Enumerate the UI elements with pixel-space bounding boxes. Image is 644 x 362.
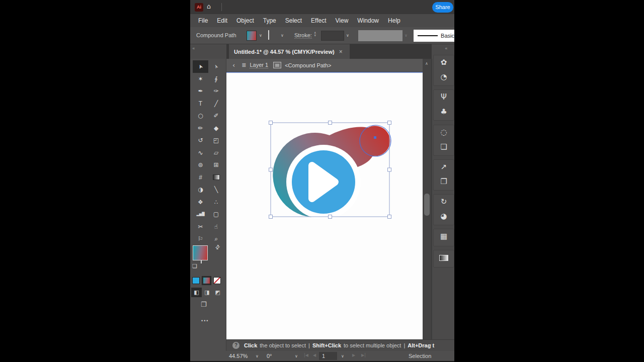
default-fill-stroke-icon[interactable]: ❏	[192, 263, 197, 269]
zoom-chevron-icon[interactable]: ∨	[256, 354, 259, 358]
color-mode-none[interactable]	[213, 277, 221, 284]
print-tiling-tool[interactable]: ⚐	[193, 233, 208, 245]
fill-gradient-indicator[interactable]	[193, 245, 208, 260]
pen-tool[interactable]: ✒	[193, 85, 208, 98]
perspective-grid-icon: ⊞	[213, 162, 218, 168]
menu-object[interactable]: Object	[232, 17, 259, 24]
stroke-color-swatch[interactable]	[268, 30, 269, 40]
width-tool[interactable]: ∿	[193, 147, 208, 159]
panel-collapse-icon[interactable]: «	[445, 46, 448, 51]
stroke-weight-field[interactable]	[321, 31, 344, 41]
gradient-tool[interactable]	[208, 171, 224, 184]
brush-definition-dropdown[interactable]: Basic	[414, 30, 454, 42]
edit-toolbar-ellipsis[interactable]: •••	[201, 318, 209, 323]
transform-panel-icon[interactable]: ↻	[434, 195, 454, 209]
ellipse-tool[interactable]: ○	[193, 110, 208, 122]
type-tool[interactable]: T	[193, 98, 208, 110]
stroke-weight-label[interactable]: Stroke:	[294, 32, 312, 39]
draw-behind-button[interactable]: ◨	[202, 288, 212, 297]
rotation-value[interactable]: 0°	[267, 353, 272, 359]
selection-tool[interactable]: ➤	[193, 60, 208, 73]
rotation-chevron-icon[interactable]: ∨	[295, 354, 298, 358]
fill-color-swatch[interactable]	[247, 31, 257, 41]
brushes-panel-icon[interactable]: Ψ	[434, 90, 454, 105]
menu-file[interactable]: File	[194, 17, 212, 24]
draw-inside-button[interactable]: ◩	[212, 288, 223, 297]
hint-collapse-icon[interactable]: ∨	[428, 343, 432, 348]
anchor-point[interactable]	[374, 136, 376, 139]
document-tab[interactable]: Untitled-1* @ 44.57 % (CMYK/Preview) ×	[229, 44, 350, 59]
scale-tool[interactable]: ◰	[208, 134, 224, 147]
panel-dock: ✿ ◔ Ψ ♣ ◌ ❏ ↗ ❐ ↻ ◕ ▦	[432, 59, 454, 339]
artboards-panel-icon[interactable]: ❐	[434, 174, 454, 189]
scroll-up-icon[interactable]: ∧	[425, 62, 428, 66]
navigator-panel-icon[interactable]: ◕	[434, 209, 454, 224]
menu-window[interactable]: Window	[353, 17, 383, 24]
panel-group-transform: ↻ ◕	[433, 194, 454, 225]
slice-tool[interactable]: ✂	[193, 221, 208, 233]
artboard-tool[interactable]: ▢	[208, 208, 224, 221]
hand-tool[interactable]: ☝	[208, 221, 224, 233]
graphic-styles-panel-icon[interactable]: ❏	[434, 140, 454, 154]
mesh-tool[interactable]: #	[193, 171, 208, 184]
gradient-panel-icon[interactable]	[434, 250, 454, 265]
stroke-chevron-icon[interactable]: ∨	[281, 34, 284, 38]
artboard-canvas[interactable]	[226, 72, 423, 339]
share-button[interactable]: Share	[432, 2, 453, 13]
curvature-tool[interactable]: ✑	[208, 85, 224, 98]
menu-view[interactable]: View	[331, 17, 353, 24]
eyedropper-tool[interactable]: ╲	[208, 184, 224, 196]
back-arrow-icon[interactable]: ‹	[232, 62, 235, 68]
eraser-tool[interactable]: ◆	[208, 122, 224, 135]
symbol-sprayer-tool[interactable]: ∴	[208, 196, 224, 209]
panel-group-transparency: ◌ ❏	[433, 125, 454, 156]
color-panel-icon[interactable]: ✿	[434, 55, 454, 70]
transparency-panel-icon[interactable]: ◌	[434, 125, 454, 140]
export-panel-icon[interactable]: ↗	[434, 160, 454, 174]
zoom-level-value[interactable]: 44.57%	[229, 353, 248, 359]
stroke-weight-stepper[interactable]: ∧ ∨	[314, 31, 316, 36]
help-icon[interactable]: ?	[232, 342, 239, 349]
menu-type[interactable]: Type	[259, 17, 281, 24]
magic-wand-tool[interactable]: ✶	[193, 73, 208, 85]
color-guide-panel-icon[interactable]: ◔	[434, 70, 454, 84]
direct-selection-tool[interactable]: ➢	[208, 60, 224, 73]
shape-builder-tool[interactable]: ⊚	[193, 159, 208, 171]
color-mode-solid[interactable]	[192, 277, 200, 284]
fill-chevron-icon[interactable]: ∨	[259, 34, 262, 38]
menu-edit[interactable]: Edit	[212, 17, 232, 24]
lasso-tool[interactable]: ∮	[208, 73, 224, 85]
shaper-tool[interactable]: ✏	[193, 122, 208, 135]
menu-bar: File Edit Object Type Select Effect View…	[190, 14, 454, 27]
breadcrumb-layer-name[interactable]: Layer 1	[250, 62, 268, 68]
color-mode-gradient[interactable]	[202, 276, 211, 285]
screen-mode-icon[interactable]: ❐	[201, 301, 207, 308]
symbols-panel-icon[interactable]: ♣	[434, 105, 454, 119]
libraries-panel-icon[interactable]: ▦	[434, 229, 454, 244]
stepper-down-icon[interactable]: ∨	[314, 34, 316, 36]
menu-select[interactable]: Select	[281, 17, 306, 24]
illustrator-logo-icon[interactable]: Ai	[195, 3, 203, 12]
perspective-grid-tool[interactable]: ⊞	[208, 159, 224, 171]
artboard-chevron-icon[interactable]: ∨	[341, 354, 344, 358]
menu-effect[interactable]: Effect	[306, 17, 331, 24]
toolbar-collapse-icon[interactable]: «	[192, 46, 195, 51]
home-icon[interactable]: ⌂	[207, 3, 211, 10]
scrollbar-thumb[interactable]	[424, 194, 430, 216]
rotate-tool[interactable]: ↺	[193, 134, 208, 147]
symbols-tool[interactable]: ❖	[193, 196, 208, 209]
brush-stroke-preview	[418, 35, 438, 36]
column-graph-tool[interactable]: ▂▅█	[193, 208, 208, 221]
column-graph-icon: ▂▅█	[196, 213, 204, 216]
line-segment-tool[interactable]: ╱	[208, 98, 224, 110]
stroke-weight-chevron-icon[interactable]: ∨	[346, 34, 349, 38]
paintbrush-tool[interactable]: ✐	[208, 110, 224, 122]
blend-tool[interactable]: ◑	[193, 184, 208, 196]
menu-help[interactable]: Help	[383, 17, 405, 24]
hand-icon: ☝	[214, 224, 218, 230]
free-transform-tool[interactable]: ▱	[208, 147, 224, 159]
vertical-scrollbar[interactable]: ∧	[423, 59, 432, 339]
tab-close-icon[interactable]: ×	[339, 48, 343, 55]
draw-normal-button[interactable]: ◧	[191, 288, 202, 297]
artboard-number-field[interactable]: 1	[319, 352, 337, 360]
